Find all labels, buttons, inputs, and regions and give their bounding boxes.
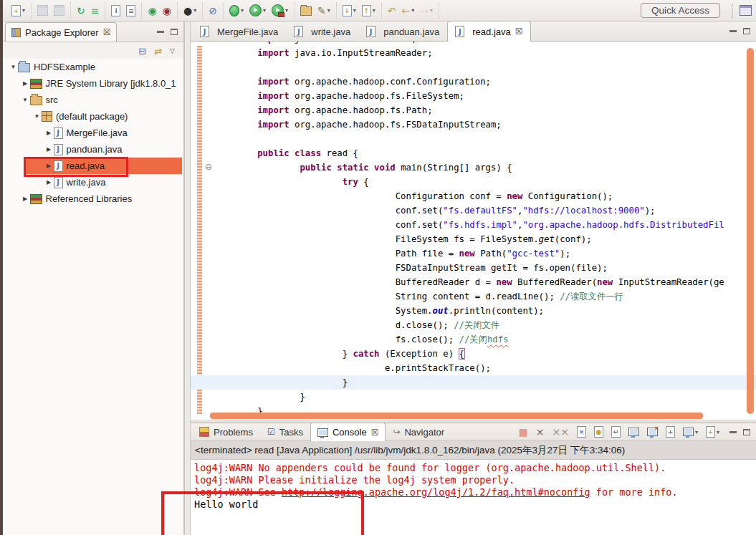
tab-tasks[interactable]: ☑Tasks	[260, 423, 310, 440]
vertical-scrollbar[interactable]	[747, 48, 754, 414]
word-wrap-button[interactable]: ↵	[610, 425, 622, 438]
tab-navigator[interactable]: ↪Navigator	[386, 423, 451, 440]
tree-item-read-java[interactable]: ▶Jread.java	[3, 158, 183, 174]
coverage-button[interactable]: ◉	[146, 4, 158, 17]
tab-read-java[interactable]: Jread.java☒	[447, 21, 530, 42]
prev-annotation-button[interactable]: ↑▾	[360, 4, 377, 17]
remove-all-launches-button[interactable]: ××	[551, 425, 570, 438]
collapsed-arrow-icon[interactable]: ▶	[44, 163, 54, 169]
minimize-icon[interactable]	[729, 431, 737, 433]
text-doc-button[interactable]: ≡	[125, 4, 137, 17]
tab-write-java[interactable]: Jwrite.java	[286, 21, 358, 41]
pin-console-button[interactable]: +	[664, 425, 676, 438]
collapsed-arrow-icon[interactable]: ▶	[44, 130, 54, 136]
tree-item-panduan-java[interactable]: ▶Jpanduan.java	[3, 141, 183, 158]
collapsed-arrow-icon[interactable]: ▶	[44, 179, 54, 185]
format-dropdown[interactable]: ▾	[327, 7, 330, 14]
java-icon: J	[54, 177, 63, 188]
show-stdout-button[interactable]	[627, 427, 641, 437]
expanded-arrow-icon[interactable]: ▼	[32, 113, 42, 120]
new-wizard-button[interactable]: +▾	[10, 4, 27, 17]
tree-item-default-package[interactable]: ▼(default package)	[3, 108, 183, 125]
run-button[interactable]: ▾	[248, 4, 267, 17]
tree-item-referenced-libraries[interactable]: ▶Referenced Libraries	[3, 191, 183, 207]
code-line: public class read {	[191, 146, 756, 160]
save-all-button[interactable]	[52, 4, 66, 16]
tree-item-src[interactable]: ▼src	[3, 92, 183, 108]
open-console-dropdown[interactable]: ▾	[717, 429, 719, 435]
debug-button[interactable]: ▾	[228, 4, 245, 17]
collapse-all-button[interactable]: ⊟	[138, 46, 146, 57]
view-menu-button[interactable]: ▽	[170, 47, 175, 54]
horizontal-scrollbar[interactable]	[210, 413, 703, 419]
code-editor[interactable]: ⊖ import java.io.BufferedReader;import j…	[191, 42, 756, 420]
coverage-session-button[interactable]: ◉	[161, 4, 173, 17]
link-with-editor-button[interactable]: ⇄	[154, 46, 162, 57]
console-output[interactable]: log4j:WARN No appenders could be found f…	[191, 460, 756, 535]
collapsed-arrow-icon[interactable]: ▶	[21, 80, 30, 87]
back-dropdown[interactable]: ▾	[411, 7, 414, 14]
new-task-icon: i	[111, 5, 120, 16]
maximize-icon[interactable]	[743, 429, 750, 435]
expanded-arrow-icon[interactable]: ▼	[21, 97, 30, 103]
expanded-arrow-icon[interactable]: ▼	[9, 64, 18, 70]
save-all-icon	[54, 5, 64, 16]
new-task-button[interactable]: i	[110, 4, 122, 17]
close-icon[interactable]: ☒	[371, 428, 379, 438]
display-console-button[interactable]: ▾	[681, 427, 699, 437]
forward-button[interactable]: →▾	[418, 4, 434, 17]
maximize-icon[interactable]	[743, 28, 750, 34]
skip-breakpoints-button[interactable]: ≡	[90, 4, 101, 17]
quick-access-button[interactable]: Quick Access	[641, 3, 720, 18]
display-console-dropdown[interactable]: ▾	[695, 429, 698, 435]
tree-item-jre-system-library-jdk1-8-0-1[interactable]: ▶JRE System Library [jdk1.8.0_1	[3, 75, 183, 92]
tab-package-explorer[interactable]: Package Explorer ☒	[5, 22, 117, 42]
tab-panduan-java[interactable]: Jpanduan.java	[358, 21, 447, 41]
tree-item-hdfsexample[interactable]: ▼HDFSExample	[3, 59, 183, 75]
collapsed-arrow-icon[interactable]: ▶	[21, 196, 30, 202]
back-button[interactable]: ←▾	[400, 4, 416, 17]
external-tools-dropdown[interactable]: ▾	[285, 7, 288, 14]
profile-dropdown[interactable]: ▾	[193, 7, 196, 14]
profile-button[interactable]: ●▾	[182, 4, 198, 17]
format-button[interactable]: ✎▾	[316, 4, 332, 17]
show-stderr-button[interactable]	[646, 427, 659, 437]
clear-console-button[interactable]: ×	[575, 425, 588, 438]
close-icon[interactable]: ☒	[103, 27, 111, 37]
package-explorer-icon	[11, 28, 21, 37]
tab-console[interactable]: Console☒	[310, 423, 386, 441]
code-line	[191, 60, 756, 74]
vertical-sash[interactable]	[184, 21, 191, 535]
maximize-icon[interactable]	[171, 29, 178, 35]
open-console-button[interactable]: +▾	[704, 425, 721, 438]
tab-MergeFile-java[interactable]: JMergeFile.java	[192, 21, 286, 41]
last-edit-location-button[interactable]: ↶	[386, 4, 398, 17]
external-tools-button[interactable]: ▾	[270, 4, 290, 17]
java-perspective-button[interactable]	[738, 4, 753, 16]
prev-annotation-dropdown[interactable]: ▾	[373, 7, 375, 14]
save-button[interactable]	[36, 4, 49, 16]
java-icon: J	[54, 127, 63, 139]
scroll-lock-button[interactable]: ●	[593, 425, 605, 438]
new-wizard-dropdown[interactable]: ▾	[22, 7, 25, 14]
minimize-icon[interactable]	[157, 31, 164, 33]
remove-launch-button[interactable]: ×	[535, 425, 546, 438]
mark-occurrences-button[interactable]: ⊘	[207, 4, 219, 17]
tree-item-mergefile-java[interactable]: ▶JMergeFile.java	[3, 125, 183, 141]
next-annotation-button[interactable]: ↓▾	[341, 4, 358, 17]
minimize-icon[interactable]	[729, 30, 737, 32]
run-dropdown[interactable]: ▾	[263, 7, 266, 14]
build-all-button[interactable]: ↻	[75, 4, 87, 17]
back-icon: ←	[401, 5, 410, 16]
tree-item-write-java[interactable]: ▶Jwrite.java	[3, 174, 183, 191]
open-wizard-button[interactable]	[299, 4, 313, 16]
forward-dropdown[interactable]: ▾	[430, 7, 433, 14]
debug-dropdown[interactable]: ▾	[241, 7, 244, 14]
tab-problems[interactable]: Problems	[192, 423, 260, 440]
collapsed-arrow-icon[interactable]: ▶	[44, 146, 54, 153]
code-line: Path file = new Path("gcc-test");	[191, 246, 756, 261]
terminate-button[interactable]: ■	[517, 425, 530, 438]
editor-tab-label: write.java	[311, 26, 350, 37]
close-icon[interactable]: ☒	[515, 26, 523, 37]
next-annotation-dropdown[interactable]: ▾	[353, 7, 356, 14]
